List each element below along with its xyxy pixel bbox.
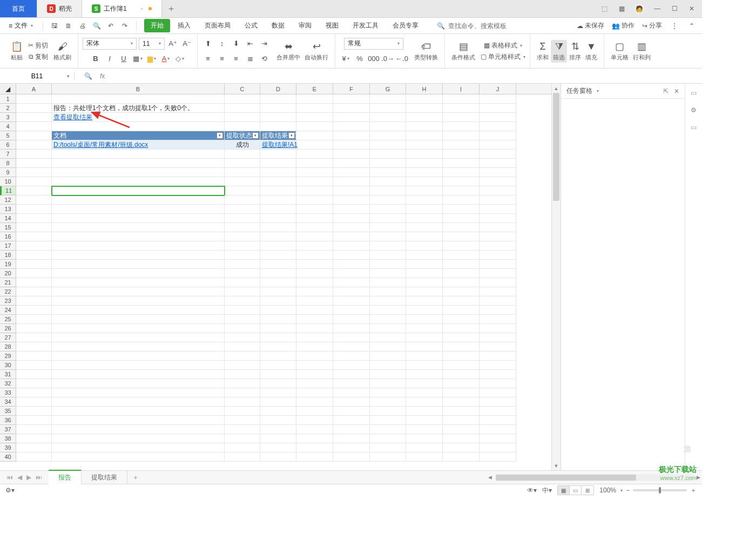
cell[interactable] xyxy=(296,388,333,397)
window-tile-icon[interactable]: ⬚ xyxy=(599,4,609,13)
cell[interactable] xyxy=(296,260,333,269)
cell[interactable] xyxy=(52,287,225,296)
cell[interactable] xyxy=(52,177,225,186)
zoom-cell-icon[interactable]: 🔍 xyxy=(84,72,92,80)
cell[interactable] xyxy=(480,140,516,150)
cell[interactable] xyxy=(480,177,516,186)
border-button[interactable]: ▦▾ xyxy=(132,53,144,65)
cell[interactable] xyxy=(443,104,480,113)
cell[interactable] xyxy=(260,269,296,278)
cell[interactable] xyxy=(406,434,443,443)
cell[interactable] xyxy=(370,388,406,397)
qat-print-preview-icon[interactable]: 🔍 xyxy=(92,21,102,31)
cell[interactable] xyxy=(16,241,52,251)
cell[interactable] xyxy=(333,370,370,379)
row-header[interactable]: 27 xyxy=(0,333,16,342)
cell[interactable] xyxy=(370,407,406,416)
cell[interactable] xyxy=(370,159,406,168)
cell[interactable] xyxy=(225,205,260,214)
sheet-nav-last-icon[interactable]: ⏭ xyxy=(36,474,42,481)
cell[interactable] xyxy=(52,278,225,287)
cell[interactable] xyxy=(52,94,225,104)
cell[interactable] xyxy=(406,361,443,370)
scroll-up-icon[interactable]: ▲ xyxy=(552,84,561,93)
cell[interactable] xyxy=(370,425,406,434)
cell[interactable] xyxy=(225,306,260,315)
cell[interactable] xyxy=(16,131,52,140)
cell[interactable] xyxy=(225,361,260,370)
tab-add-button[interactable]: ＋ xyxy=(162,0,180,17)
scroll-thumb[interactable] xyxy=(553,93,559,201)
paste-button[interactable]: 📋粘贴 xyxy=(9,39,25,63)
cell[interactable] xyxy=(52,407,225,416)
cell[interactable] xyxy=(480,306,516,315)
cell[interactable] xyxy=(406,232,443,241)
cell[interactable] xyxy=(260,278,296,287)
cell[interactable] xyxy=(260,287,296,296)
cell[interactable] xyxy=(296,287,333,296)
cell[interactable] xyxy=(406,388,443,397)
cell[interactable] xyxy=(225,370,260,379)
currency-icon[interactable]: ¥▾ xyxy=(340,53,352,65)
qat-undo-icon[interactable]: ↶ xyxy=(106,21,116,31)
cell[interactable] xyxy=(260,251,296,260)
col-header[interactable]: J xyxy=(480,84,516,94)
cell[interactable] xyxy=(333,324,370,333)
cell[interactable] xyxy=(443,287,480,296)
cell[interactable] xyxy=(443,315,480,324)
fill-color-button[interactable]: ▆▾ xyxy=(146,53,158,65)
cell[interactable] xyxy=(370,260,406,269)
cell[interactable] xyxy=(296,94,333,104)
cell[interactable] xyxy=(52,333,225,342)
row-header[interactable]: 30 xyxy=(0,361,16,370)
cell[interactable] xyxy=(443,296,480,306)
cell[interactable] xyxy=(443,379,480,388)
cell[interactable] xyxy=(370,434,406,443)
row-header[interactable]: 3 xyxy=(0,113,16,122)
row-header[interactable]: 25 xyxy=(0,315,16,324)
cell[interactable] xyxy=(16,296,52,306)
cell[interactable] xyxy=(16,315,52,324)
cell[interactable] xyxy=(370,333,406,342)
cell[interactable] xyxy=(16,104,52,113)
collapse-ribbon-icon[interactable]: ⌃ xyxy=(687,21,697,31)
sort-button[interactable]: ⇅排序 xyxy=(567,39,583,63)
scroll-down-icon[interactable]: ▼ xyxy=(552,461,561,470)
cell[interactable] xyxy=(296,361,333,370)
ribbon-tab-dev[interactable]: 开发工具 xyxy=(346,19,385,32)
cell[interactable] xyxy=(225,159,260,168)
cell[interactable] xyxy=(406,205,443,214)
cell[interactable] xyxy=(225,214,260,223)
row-header[interactable]: 16 xyxy=(0,232,16,241)
cell[interactable] xyxy=(260,434,296,443)
cell[interactable] xyxy=(406,186,443,195)
row-header[interactable]: 24 xyxy=(0,306,16,315)
cell[interactable] xyxy=(406,425,443,434)
cell[interactable] xyxy=(370,205,406,214)
sum-button[interactable]: Σ求和 xyxy=(535,40,551,63)
number-format-select[interactable]: 常规▾ xyxy=(344,38,403,50)
cell[interactable] xyxy=(16,361,52,370)
orientation-icon[interactable]: ⟲ xyxy=(258,53,270,65)
cell[interactable] xyxy=(406,324,443,333)
cell[interactable] xyxy=(260,416,296,425)
cell[interactable] xyxy=(443,241,480,251)
cell[interactable] xyxy=(443,407,480,416)
align-center-icon[interactable]: ≡ xyxy=(216,53,228,65)
cell[interactable] xyxy=(333,94,370,104)
cell[interactable] xyxy=(16,94,52,104)
cell[interactable] xyxy=(480,361,516,370)
select-all-corner[interactable]: ◢ xyxy=(0,84,16,94)
cell[interactable] xyxy=(52,195,225,205)
cell[interactable] xyxy=(260,186,296,195)
cell[interactable] xyxy=(16,214,52,223)
cell[interactable] xyxy=(16,168,52,177)
cell[interactable] xyxy=(443,168,480,177)
cell[interactable] xyxy=(16,342,52,352)
col-header[interactable]: B xyxy=(52,84,225,94)
cell[interactable] xyxy=(296,140,333,150)
cell[interactable]: 查看提取结果 xyxy=(52,113,225,122)
cell[interactable] xyxy=(406,269,443,278)
align-right-icon[interactable]: ≡ xyxy=(230,53,242,65)
cell[interactable] xyxy=(225,416,260,425)
